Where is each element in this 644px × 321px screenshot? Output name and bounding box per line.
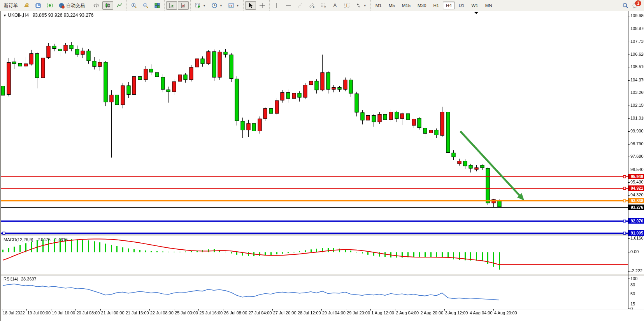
market-watch-button[interactable] <box>21 1 32 10</box>
macd-tick-label: -2.222 <box>630 268 642 273</box>
notifications-icon[interactable]: 1 <box>632 2 639 9</box>
crosshair-button[interactable] <box>257 1 268 10</box>
label-tool-button[interactable]: T <box>341 1 352 10</box>
arrows-tool-icon <box>355 2 361 9</box>
notification-badge: 1 <box>635 0 641 6</box>
price-line-badge: 93.276 <box>628 205 644 210</box>
date-tick-label: 1 Aug 12:00 <box>371 310 394 315</box>
chart-symbol-period: UKOil-,H4 <box>8 12 29 18</box>
rsi-name: RSI(14) <box>4 277 18 281</box>
search-icon[interactable] <box>622 2 628 9</box>
date-tick-label: 20 Jul 08:00 <box>76 310 100 315</box>
timeframe-button-W1[interactable]: W1 <box>469 2 481 9</box>
tile-windows-button[interactable] <box>152 1 163 10</box>
rsi-value: 28.3697 <box>21 277 37 281</box>
tile-windows-icon <box>154 2 160 9</box>
rsi-tick-label: 0 <box>630 306 633 311</box>
date-tick-label: 21 Jul 00:00 <box>101 310 125 315</box>
zoom-out-button[interactable] <box>140 1 151 10</box>
date-tick-label: 29 Jul 20:00 <box>347 310 370 315</box>
new-order-button[interactable]: 新订单 <box>2 1 20 10</box>
price-tick-label: 97.680 <box>630 154 644 159</box>
price-tick-label: 106.620 <box>630 52 644 56</box>
date-tick-label: 25 Jul 00:00 <box>175 310 198 315</box>
timeframe-button-M5[interactable]: M5 <box>386 2 398 9</box>
price-line-badge: 95.949 <box>628 174 644 179</box>
arrows-tool-caret[interactable]: ▼ <box>363 4 367 7</box>
candlestick-chart-icon <box>105 2 111 9</box>
date-tick-label: 2 Aug 04:00 <box>396 310 419 315</box>
profile-button[interactable] <box>33 1 44 10</box>
date-tick-label: 18 Jul 2022 <box>3 310 25 315</box>
candlestick-chart-button[interactable] <box>102 1 113 10</box>
chart-shift-button[interactable] <box>178 1 189 10</box>
chart-collapse-icon[interactable]: ▼ <box>3 14 7 18</box>
arrows-tool-button[interactable]: ▼ <box>353 1 369 10</box>
svg-text:F: F <box>325 6 326 8</box>
date-tick-label: 29 Jul 04:00 <box>322 310 346 315</box>
date-tick-label: 19 Jul 16:00 <box>52 310 75 315</box>
vertical-line-tool-button[interactable] <box>271 1 282 10</box>
price-tick-label: 107.730 <box>630 39 644 44</box>
timeframe-button-D1[interactable]: D1 <box>456 2 468 9</box>
crosshair-icon <box>259 2 265 9</box>
date-tick-label: 4 Aug 20:00 <box>494 310 517 315</box>
macd-name: MACD(12,26,9) <box>4 237 33 242</box>
cursor-button[interactable] <box>245 1 256 10</box>
chart-title: ▼ UKOil-,H4 93.865 93.926 93.224 93.276 <box>3 12 93 18</box>
date-tick-label: 25 Jul 16:00 <box>199 310 223 315</box>
auto-trading-button[interactable]: 自动交易 <box>56 1 87 10</box>
price-chart-canvas[interactable] <box>1 11 644 321</box>
equidistant-channel-icon: E <box>309 2 315 9</box>
timeframe-button-MN[interactable]: MN <box>482 2 495 9</box>
period-caret[interactable]: ▼ <box>219 4 223 7</box>
zoom-out-icon <box>142 2 149 9</box>
timeframe-button-M30[interactable]: M30 <box>414 2 429 9</box>
auto-scroll-button[interactable] <box>166 1 177 10</box>
zoom-in-button[interactable] <box>128 1 139 10</box>
price-tick-label: 105.510 <box>630 64 644 69</box>
price-line-badge: 94.921 <box>628 185 644 191</box>
text-tool-button[interactable]: A <box>330 1 340 10</box>
date-tick-label: 28 Jul 12:00 <box>298 310 321 315</box>
auto-trading-label: 自动交易 <box>66 2 85 9</box>
trendline-tool-button[interactable] <box>295 1 305 10</box>
period-button[interactable]: ▼ <box>209 1 225 10</box>
add-indicator-caret[interactable]: ▼ <box>203 4 206 7</box>
price-line-badge: 92.070 <box>628 218 644 224</box>
main-toolbar: 新订单 自动交易 <box>0 0 644 11</box>
text-tool-icon: A <box>332 2 338 9</box>
template-button[interactable]: ▼ <box>226 1 242 10</box>
price-tick-label: 95.430 <box>630 180 644 184</box>
rsi-label: RSI(14) 28.3697 <box>4 277 37 281</box>
bar-chart-button[interactable] <box>91 1 102 10</box>
timeframe-button-M1[interactable]: M1 <box>372 2 385 9</box>
horizontal-line-tool-button[interactable] <box>283 1 294 10</box>
chart-ohlc-values: 93.865 93.926 93.224 93.276 <box>33 12 94 18</box>
date-tick-label: 21 Jul 16:00 <box>126 310 149 315</box>
fibonacci-tool-button[interactable]: F <box>318 1 329 10</box>
line-chart-button[interactable] <box>114 1 125 10</box>
template-caret[interactable]: ▼ <box>236 4 239 7</box>
signal-button[interactable] <box>44 1 55 10</box>
toolbar-group-objects: E F A T ▼ <box>269 0 370 11</box>
price-tick-label: 102.150 <box>630 103 644 108</box>
profile-icon <box>35 2 41 9</box>
chart-window: ▼ UKOil-,H4 93.865 93.926 93.224 93.276 … <box>0 11 644 321</box>
fibonacci-icon: F <box>320 2 326 9</box>
trendline-icon <box>297 2 303 9</box>
template-icon <box>228 2 234 9</box>
svg-text:E: E <box>313 6 314 8</box>
macd-label: MACD(12,26,9) -2.0475 -1.4615 <box>4 237 68 242</box>
price-tick-label: 96.540 <box>630 167 644 172</box>
channel-tool-button[interactable]: E <box>306 1 317 10</box>
price-tick-label: 98.790 <box>630 141 644 146</box>
signal-icon <box>47 2 53 9</box>
rsi-tick-label: 100 <box>630 276 637 281</box>
rsi-tick-label: 15 <box>630 302 635 306</box>
add-indicator-button[interactable]: ▼ <box>192 1 208 10</box>
new-order-label: 新订单 <box>4 2 18 9</box>
timeframe-button-M15[interactable]: M15 <box>399 2 414 9</box>
timeframe-button-H1[interactable]: H1 <box>430 2 442 9</box>
timeframe-button-H4[interactable]: H4 <box>443 2 455 9</box>
